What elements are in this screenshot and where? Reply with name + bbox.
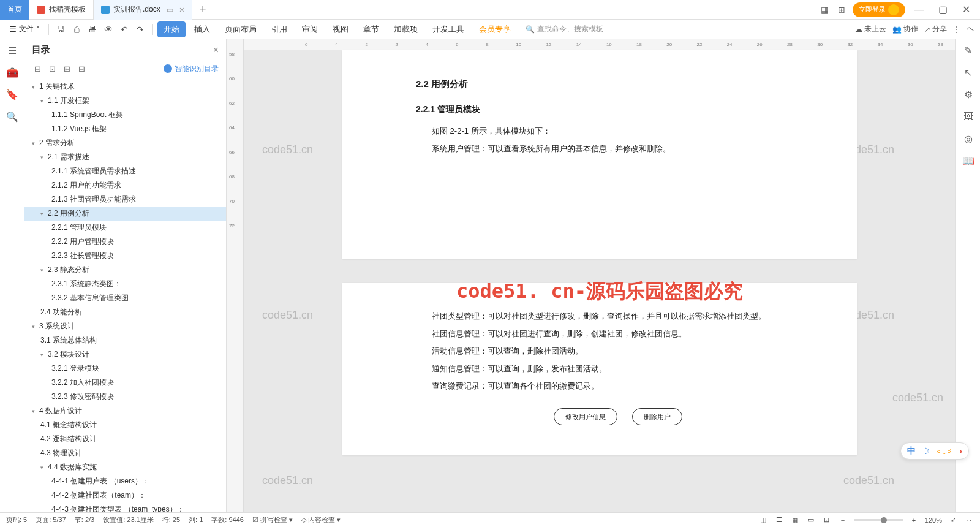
print-icon[interactable]: 🖶 [86,23,99,36]
toc-item[interactable]: ▾3.2 模块设计 [24,347,226,362]
apps-icon[interactable]: ⊞ [835,4,848,16]
toc-item[interactable]: 2.1.2 用户的功能需求 [24,178,226,192]
more-status-icon[interactable]: ∷ [964,515,974,525]
toc-item[interactable]: ▾2.1 需求描述 [24,150,226,164]
expand-all-icon[interactable]: ⊟ [32,63,43,74]
toc-item[interactable]: 4-4-3 创建社团类型表 （team_types）： [24,502,226,512]
toc-item[interactable]: ▾2.2 用例分析 [24,207,226,221]
ime-mode[interactable]: 中 [907,445,916,457]
more-icon[interactable]: ⋮ [953,25,960,34]
tab-home[interactable]: 首页 [0,0,29,20]
toc-item[interactable]: ▾1.1 开发框架 [24,94,226,108]
ribbon-review[interactable]: 审阅 [296,21,324,37]
toc-item[interactable]: ▾2.3 静态分析 [24,263,226,277]
toc-item[interactable]: 3.2.3 修改密码模块 [24,390,226,404]
ribbon-developer[interactable]: 开发工具 [426,21,470,37]
toc-item[interactable]: 4-4-2 创建社团表（team）： [24,488,226,502]
close-tab-icon[interactable]: × [179,5,184,15]
settings-icon[interactable]: ⚙ [962,88,974,100]
modify-user-button[interactable]: 修改用户信息 [554,408,617,425]
toc-item[interactable]: ▾2 需求分析 [24,136,226,150]
toc-item[interactable]: 2.2.1 管理员模块 [24,221,226,235]
view-mode-4-icon[interactable]: ▭ [806,515,816,525]
view-mode-1-icon[interactable]: ◫ [758,515,768,525]
ribbon-sections[interactable]: 章节 [357,21,385,37]
status-spellcheck[interactable]: ☑ 拼写检查 ▾ [252,515,293,525]
view-mode-5-icon[interactable]: ⊡ [822,515,832,525]
toc-item[interactable]: 4.1 概念结构设计 [24,418,226,432]
close-window-button[interactable]: ✕ [957,1,975,18]
read-icon[interactable]: 📖 [962,154,974,167]
toc-item[interactable]: 3.2.2 加入社团模块 [24,376,226,390]
target-icon[interactable]: ◎ [962,132,974,145]
ribbon-references[interactable]: 引用 [265,21,293,37]
status-section[interactable]: 节: 2/3 [75,515,94,525]
ribbon-pagelayout[interactable]: 页面布局 [219,21,263,37]
ribbon-addons[interactable]: 加载项 [388,21,424,37]
toolbox-icon[interactable]: 🧰 [6,66,18,78]
save-icon[interactable]: 🖫 [54,23,67,36]
collab-button[interactable]: 👥 协作 [892,24,918,34]
toc-item[interactable]: 4.3 物理设计 [24,446,226,460]
toc-item[interactable]: 2.3.2 基本信息管理类图 [24,291,226,305]
preview-icon[interactable]: 👁 [102,23,115,36]
undo-icon[interactable]: ↶ [118,23,131,36]
toc-item[interactable]: ▾3 系统设计 [24,319,226,333]
delete-user-button[interactable]: 删除用户 [632,408,682,425]
toc-item[interactable]: 2.1.3 社团管理员功能需求 [24,192,226,207]
export-icon[interactable]: ⎙ [70,23,83,36]
toc-item[interactable]: ▾4 数据库设计 [24,404,226,418]
ribbon-insert[interactable]: 插入 [188,21,216,37]
zoom-slider[interactable] [854,519,903,521]
toc-item[interactable]: 2.1.1 系统管理员需求描述 [24,164,226,178]
smart-toc-button[interactable]: 智能识别目录 [164,64,219,74]
toc-item[interactable]: 2.3.1 系统静态类图： [24,277,226,291]
toc-item[interactable]: 2.2.2 用户管理模块 [24,235,226,249]
ribbon-view[interactable]: 视图 [326,21,355,37]
restore-icon[interactable]: ▭ [167,6,173,14]
status-wordcount[interactable]: 字数: 9446 [211,515,244,525]
cloud-status[interactable]: ☁ 未上云 [855,24,886,34]
minimize-button[interactable]: — [910,1,929,18]
toc-item[interactable]: 4.2 逻辑结构设计 [24,432,226,446]
toc-item[interactable]: 3.1 系统总体结构 [24,333,226,347]
select-icon[interactable]: ↖ [962,66,974,78]
remove-icon[interactable]: ⊟ [76,63,87,74]
pen-icon[interactable]: ✎ [962,44,974,56]
close-sidebar-icon[interactable]: × [213,45,219,56]
search-panel-icon[interactable]: 🔍 [6,110,18,123]
toc-item[interactable]: 1.1.2 Vue.js 框架 [24,122,226,136]
view-mode-2-icon[interactable]: ☰ [774,515,784,525]
status-contentcheck[interactable]: ◇ 内容检查 ▾ [301,515,341,525]
toc-item[interactable]: 2.2.3 社长管理模块 [24,249,226,263]
toc-item[interactable]: 2.4 功能分析 [24,305,226,319]
toc-item[interactable]: 4-4-1 创建用户表 （users）： [24,474,226,488]
command-search[interactable]: 🔍 查找命令、搜索模板 [526,24,603,34]
collapse-ribbon-icon[interactable]: ヘ [967,24,974,34]
expand-arrow-icon[interactable]: › [959,446,962,456]
emoji-icon[interactable]: ಠ‿ಠ [936,447,953,455]
status-page[interactable]: 页面: 5/37 [36,515,66,525]
ime-toolbar[interactable]: 中 ☽ ಠ‿ಠ › [900,442,969,460]
tab-document[interactable]: 实训报告.docx ▭ × [94,0,192,20]
zoom-out-icon[interactable]: − [838,515,848,525]
moon-icon[interactable]: ☽ [922,446,930,456]
file-menu[interactable]: ☰ 文件 ˅ [6,21,43,37]
ribbon-start[interactable]: 开始 [157,21,186,37]
tab-template[interactable]: 找稻壳模板 [29,0,94,20]
status-page-no[interactable]: 页码: 5 [6,515,27,525]
ribbon-member[interactable]: 会员专享 [473,21,517,37]
add-icon[interactable]: ⊞ [61,63,72,74]
toc-item[interactable]: ▾4.4 数据库实施 [24,460,226,474]
toc-item[interactable]: ▾1 关键技术 [24,80,226,94]
outline-icon[interactable]: ☰ [6,44,18,56]
fit-icon[interactable]: ⤢ [948,515,958,525]
toc-item[interactable]: 1.1.1 SpringBoot 框架 [24,108,226,122]
new-tab-button[interactable]: + [192,3,214,16]
zoom-level[interactable]: 120% [925,517,942,524]
maximize-button[interactable]: ▢ [933,1,952,18]
bookmark-icon[interactable]: 🔖 [6,88,18,100]
share-button[interactable]: ↗ 分享 [924,24,947,34]
image-icon[interactable]: 🖼 [962,110,974,123]
layout-icon[interactable]: ▦ [818,4,831,16]
